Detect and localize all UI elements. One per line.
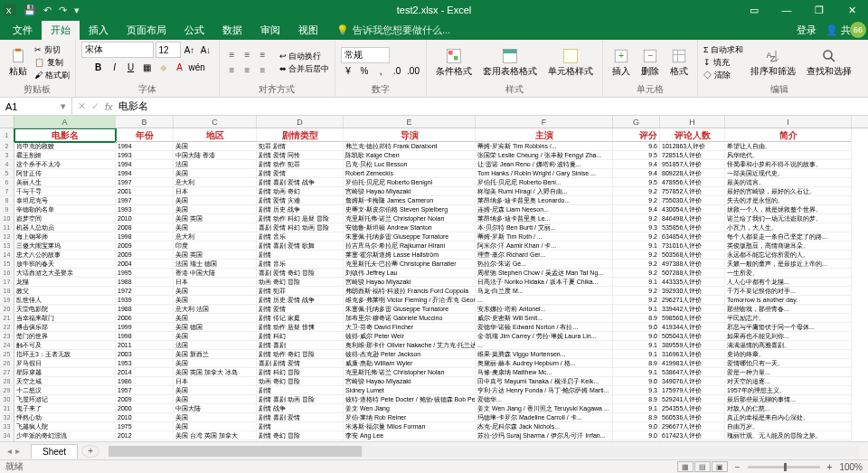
row-header[interactable]: 24	[0, 341, 14, 350]
data-cell[interactable]: 爱是一种力量...	[725, 368, 852, 377]
row-header[interactable]: 34	[0, 431, 14, 440]
data-cell[interactable]: 史诗的终章。	[725, 350, 852, 359]
header-cell[interactable]: 剧情类型	[257, 128, 344, 142]
data-cell[interactable]: 1975	[116, 422, 174, 431]
data-cell[interactable]: 1939	[116, 296, 174, 305]
col-header-F[interactable]: F	[476, 116, 613, 128]
data-cell[interactable]: 每个人都要走一条自己坚定了的路...	[725, 232, 852, 241]
data-cell[interactable]: 那些吻戏，那些青春...	[725, 305, 852, 314]
bold-button[interactable]: B	[91, 60, 106, 74]
data-cell[interactable]: 8.9	[613, 359, 660, 368]
data-cell[interactable]: 法国	[174, 160, 257, 169]
header-cell[interactable]: 年份	[116, 128, 174, 142]
data-cell[interactable]: 剧情 犯罪	[257, 287, 344, 296]
data-cell[interactable]: 剧情 喜剧 爱情 战争	[257, 178, 344, 187]
row-header[interactable]: 19	[0, 296, 14, 305]
italic-button[interactable]: I	[108, 60, 122, 74]
data-cell[interactable]: 2009	[116, 395, 174, 404]
data-cell[interactable]: 人人心中都有个龙猫...	[725, 278, 852, 287]
data-cell[interactable]: 刘镇伟 Jeffrey Lau	[344, 269, 476, 278]
data-cell[interactable]: 9.2	[613, 187, 660, 196]
data-cell[interactable]: 9.0	[613, 377, 660, 386]
row-header[interactable]: 30	[0, 395, 14, 404]
data-cell[interactable]: 维果·莫腾森 Viggo Mortensen...	[476, 350, 613, 359]
data-cell[interactable]: 2011	[116, 341, 174, 350]
font-name-input[interactable]	[81, 42, 154, 58]
data-cell[interactable]: 美国	[174, 314, 257, 323]
data-cell[interactable]: 731016人评价	[660, 241, 725, 251]
data-cell[interactable]: 846498人评价	[660, 214, 725, 223]
data-cell[interactable]: 蒂姆·罗宾斯 Tim Robbins /...	[476, 142, 613, 151]
data-cell[interactable]: 十二怒汉	[14, 386, 116, 395]
data-cell[interactable]: 1997	[116, 196, 174, 205]
data-cell[interactable]: 威尔·史密斯 Will Smit...	[476, 314, 613, 323]
data-cell[interactable]: 2001	[116, 187, 174, 196]
data-cell[interactable]: 金·凯瑞 Jim Carrey / 劳拉·琳妮 Laura Lin...	[476, 332, 613, 341]
data-cell[interactable]: 9.0	[613, 323, 660, 332]
data-cell[interactable]: 9.2	[613, 232, 660, 241]
row-header[interactable]: 9	[0, 205, 14, 214]
data-cell[interactable]: 9.2	[613, 251, 660, 260]
data-cell[interactable]: 美国	[174, 205, 257, 214]
data-cell[interactable]: 剧情 爱情 同性	[257, 151, 344, 160]
cell-style-button[interactable]: 单元格样式	[544, 46, 597, 80]
zoom-out-icon[interactable]: −	[735, 462, 741, 472]
row-header[interactable]: 26	[0, 359, 14, 368]
enter-formula-icon[interactable]: ✓	[91, 100, 99, 112]
data-cell[interactable]: 风华绝代。	[725, 151, 852, 160]
data-cell[interactable]: 2003	[116, 350, 174, 359]
data-cell[interactable]: 宫崎骏 Hayao Miyazaki	[344, 278, 476, 287]
row-header[interactable]: 18	[0, 287, 14, 296]
data-cell[interactable]: 意大利	[174, 232, 257, 241]
data-cell[interactable]: 加布里尔·穆奇诺 Gabriele Muccino	[344, 314, 476, 323]
tab-insert[interactable]: 插入	[80, 21, 118, 40]
wrap-text-button[interactable]: ↩ 自动换行	[279, 51, 330, 62]
data-cell[interactable]: 美国	[174, 386, 257, 395]
data-cell[interactable]: 莱昂纳多·迪卡普里奥 Le...	[476, 214, 613, 223]
data-cell[interactable]: 姜文 Wen Jiang	[344, 404, 476, 413]
data-cell[interactable]: 美国 新西兰	[174, 350, 257, 359]
data-cell[interactable]: 1957年的理想主义。	[725, 386, 852, 395]
row-header[interactable]: 31	[0, 404, 14, 413]
row-header[interactable]: 8	[0, 196, 14, 205]
data-cell[interactable]: 海上钢琴师	[14, 232, 116, 241]
data-cell[interactable]: 美国	[174, 169, 257, 178]
data-cell[interactable]: 安东娜拉·塔莉 Antonel...	[476, 305, 613, 314]
data-cell[interactable]: 最美的谎言。	[725, 178, 852, 187]
data-cell[interactable]: 意大利	[174, 178, 257, 187]
row-header[interactable]: 14	[0, 251, 14, 260]
data-cell[interactable]: 9.2	[613, 260, 660, 269]
row-header[interactable]: 32	[0, 413, 14, 422]
fill-color-button[interactable]: ◆	[156, 60, 171, 74]
data-cell[interactable]: 盗梦空间	[14, 214, 116, 223]
autosum-button[interactable]: Σ 自动求和	[703, 44, 743, 56]
data-cell[interactable]: 8.9	[613, 395, 660, 404]
tell-me[interactable]: 💡 告诉我您想要做什么...	[336, 24, 450, 37]
smiley-icon[interactable]: 66	[850, 22, 866, 38]
data-cell[interactable]: 9.0	[613, 422, 660, 431]
data-cell[interactable]: 莱昂纳多·迪卡普里奥 Leonardo...	[476, 196, 613, 205]
data-cell[interactable]: ...	[476, 296, 613, 305]
data-cell[interactable]: 鬼子来了	[14, 404, 116, 413]
data-cell[interactable]: 598560人评价	[660, 314, 725, 323]
col-header-H[interactable]: H	[660, 116, 725, 128]
fx-icon[interactable]: fx	[105, 101, 113, 112]
sheet-tab[interactable]: Sheet	[31, 444, 78, 459]
data-cell[interactable]: 2009	[116, 251, 174, 260]
data-cell[interactable]: 如果再也不能见到你...	[725, 332, 852, 341]
data-cell[interactable]: 米洛斯·福尔曼 Milos Forman	[344, 422, 476, 431]
data-cell[interactable]: 剧情 喜剧 爱情 歌舞	[257, 241, 344, 251]
data-cell[interactable]: 朱塞佩·托纳多雷 Giuseppe Tornatore	[344, 232, 476, 241]
data-cell[interactable]: 809228人评价	[660, 169, 725, 178]
data-cell[interactable]: 怪蜀黍和小萝莉不得不说的故事。	[725, 160, 852, 169]
data-cell[interactable]: 2008	[116, 223, 174, 232]
data-cell[interactable]: 剧情	[257, 386, 344, 395]
data-cell[interactable]: 美国 英国 加拿大 冰岛	[174, 368, 257, 377]
data-cell[interactable]: 彼得·杰克逊 Peter Jackson	[344, 350, 476, 359]
data-cell[interactable]: 弗朗西斯·福特·科波拉 Francis Ford Coppola	[344, 287, 476, 296]
redo-icon[interactable]: ↷	[59, 5, 67, 16]
insert-cells-button[interactable]: +插入	[609, 46, 634, 80]
data-cell[interactable]: 美国	[174, 359, 257, 368]
data-cell[interactable]: 亨利·方达 Henry Fonda / 马丁·鲍尔萨姆 Marti...	[476, 386, 613, 395]
row-header[interactable]: 22	[0, 323, 14, 332]
